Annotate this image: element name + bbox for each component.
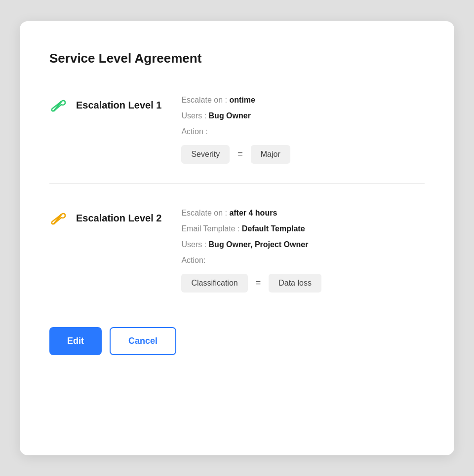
cancel-button[interactable]: Cancel [110, 327, 176, 355]
escalation1-action-filter: Severity = Major [181, 145, 425, 164]
escalation2-escalate-on-value: after 4 hours [229, 209, 277, 217]
escalation-level-2-icon [49, 209, 69, 228]
button-row: Edit Cancel [49, 327, 425, 355]
escalation1-action-label: Action : [181, 127, 425, 136]
escalation2-email-template-label: Email Template : [181, 224, 239, 233]
edit-button[interactable]: Edit [49, 327, 102, 355]
section-divider [49, 183, 425, 184]
escalation2-escalate-on: Escalate on : after 4 hours [181, 209, 425, 218]
escalation2-action-label: Action: [181, 256, 425, 265]
escalation1-escalate-on-label: Escalate on : [181, 96, 227, 104]
escalation2-escalate-on-label: Escalate on : [181, 209, 227, 217]
escalation2-action-filter: Classification = Data loss [181, 274, 425, 293]
escalation-level-1-icon [49, 96, 69, 115]
escalation2-email-template: Email Template : Default Template [181, 224, 425, 233]
escalation1-filter-field: Severity [181, 145, 230, 164]
escalation-level-1-label: Escalation Level 1 [76, 100, 161, 111]
escalation1-users-label: Users : [181, 111, 206, 120]
escalation1-filter-value: Major [251, 145, 290, 164]
escalation1-users: Users : Bug Owner [181, 111, 425, 120]
escalation2-users-label: Users : [181, 240, 206, 249]
escalation-level-2-label: Escalation Level 2 [76, 213, 161, 224]
escalation1-escalate-on-value: ontime [229, 96, 255, 104]
escalation-level-2-section: Escalation Level 2 Escalate on : after 4… [49, 199, 425, 312]
modal-container: Service Level Agreement Escalation Level… [20, 21, 454, 455]
escalation2-filter-value: Data loss [269, 274, 321, 293]
escalation2-filter-field: Classification [181, 274, 247, 293]
page-title: Service Level Agreement [49, 51, 425, 66]
escalation-level-1-details: Escalate on : ontime Users : Bug Owner A… [181, 96, 425, 164]
escalation2-users: Users : Bug Owner, Project Owner [181, 240, 425, 249]
escalation2-filter-equals: = [256, 278, 261, 288]
escalation2-email-template-value: Default Template [242, 224, 305, 233]
escalation-level-1-section: Escalation Level 1 Escalate on : ontime … [49, 86, 425, 183]
escalation1-escalate-on: Escalate on : ontime [181, 96, 425, 105]
escalation1-users-value: Bug Owner [209, 111, 251, 120]
escalation2-users-value: Bug Owner, Project Owner [209, 240, 309, 249]
escalation-level-2-header: Escalation Level 2 [49, 209, 161, 228]
escalation-level-2-details: Escalate on : after 4 hours Email Templa… [181, 209, 425, 293]
escalation1-filter-equals: = [237, 149, 243, 159]
escalation-level-1-header: Escalation Level 1 [49, 96, 161, 115]
